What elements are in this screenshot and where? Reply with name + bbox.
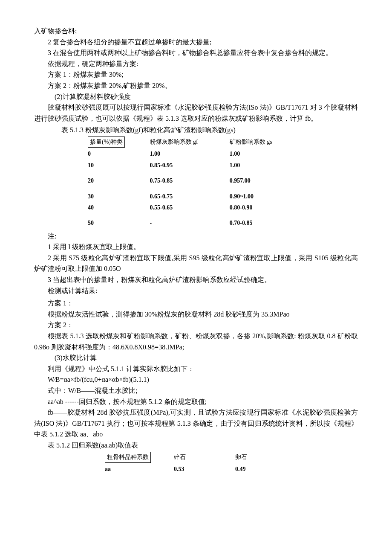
table-cell: 10 <box>85 160 147 171</box>
table-row: 0 1.00 1.00 <box>85 148 307 160</box>
table-header: 碎石 <box>171 451 233 464</box>
table-cell: 0.85-0.95 <box>147 160 227 171</box>
body-text: aa^ab ------回归系数，按本规程第 5.1.2 条的规定取值; <box>34 396 358 407</box>
body-text: 3 在混合使用两种或两种以上矿物掺合料时，矿物掺合料总掺量应符合表中复合掺合料的… <box>34 47 358 58</box>
table-cell: 1.00 <box>227 160 307 171</box>
table-cell: 0.80-0.90 <box>227 202 307 213</box>
table-cell: 1.00 <box>227 148 307 160</box>
table-cell: 0.957.00 <box>227 171 307 186</box>
table-header: 粉煤灰影响系数 gf <box>147 136 227 148</box>
body-text: fb——胶凝材料 28d 胶砂抗压强度(MPa),可实测，且试验方法应按现行国家… <box>34 407 358 440</box>
body-text: 3 当超出表中的掺量时，粉煤灰和粒化高炉矿渣粉影响系数应经试验确定。 <box>34 274 358 285</box>
table-cell: 20 <box>85 171 147 186</box>
body-text: 方案 2： <box>34 320 358 331</box>
table-header: 粗骨料品种系数 <box>102 451 171 464</box>
body-text: 根据粉煤灰活性试验，测得掺加 30%粉煤灰的胶凝材料 28d 胶砂强度为 35.… <box>34 309 358 320</box>
table-cell: 0.70-0.85 <box>227 213 307 229</box>
table-header: 卵石 <box>233 451 294 464</box>
body-text: 利用《规程》中公式 5.1.1 计算实际水胶比如下： <box>34 363 358 375</box>
table-header: 矿粉影响系数 gs <box>227 136 307 148</box>
body-text: 2 复合掺合料各组分的掺量不宜超过单掺时的最大掺量; <box>34 37 358 48</box>
table-row: 50 - 0.70-0.85 <box>85 213 307 229</box>
table-row: 40 0.55-0.65 0.80-0.90 <box>85 202 307 213</box>
coefficient-table: 掺量(%)种类 粉煤灰影响系数 gf 矿粉影响系数 gs 0 1.00 1.00… <box>85 136 307 229</box>
table-cell: 0.53 <box>171 464 233 475</box>
table-row: aa 0.53 0.49 <box>102 464 294 475</box>
body-text: 入矿物掺合料; <box>34 26 358 37</box>
body-text: 胶凝材料胶砂强度既可以按现行国家标准《水泥胶砂强度检验方法(ISo 法)》GB/… <box>34 102 358 124</box>
table-cell: aa <box>102 464 171 475</box>
body-text: 依据规程，确定两种掺量方案: <box>34 58 358 70</box>
body-text: 注: <box>34 231 358 242</box>
table-cell: 30 <box>85 187 147 202</box>
table-cell: 0.90~1.00 <box>227 187 307 202</box>
body-text: (2)计算胶凝材料胶砂强度 <box>34 91 358 102</box>
table-cell: 40 <box>85 202 147 213</box>
table-header: 掺量(%)种类 <box>85 136 147 148</box>
table-cell: 50 <box>85 213 147 229</box>
table-caption: 表 5.1.2 回归系数(aa.ab)取值表 <box>34 440 358 451</box>
table-cell: 1.00 <box>147 148 227 160</box>
table-cell: 0.55-0.65 <box>147 202 227 213</box>
body-text: 方案 2：粉煤灰掺量 20%,矿粉掺量 20%。 <box>34 80 358 91</box>
table-header-row: 粗骨料品种系数 碎石 卵石 <box>102 451 294 464</box>
table-caption: 表 5.1.3 粉煤灰影响系数(gf)和粒化高炉矿渣粉影响系数(gs) <box>34 125 358 136</box>
table-header-row: 掺量(%)种类 粉煤灰影响系数 gf 矿粉影响系数 gs <box>85 136 307 148</box>
body-text: 方案 1：粉煤灰掺量 30%; <box>34 69 358 80</box>
body-text: 1 采用 I 级粉煤灰宜取上限值。 <box>34 241 358 253</box>
body-text: 根据表 5.1.3 选取粉煤灰和矿粉影响系数，矿粉、粉煤灰双掺，各掺 20%,影… <box>34 331 358 352</box>
table-cell: 0.65-0.75 <box>147 187 227 202</box>
table-cell: 0.49 <box>233 464 294 475</box>
table-cell: 0 <box>85 148 147 160</box>
body-text: 方案 1： <box>34 298 358 309</box>
table-cell: - <box>147 213 227 229</box>
body-text: (3)水胶比计算 <box>34 352 358 363</box>
body-text: 式中：W/B——混凝土水胶比; <box>34 385 358 396</box>
body-text: 2 采用 S75 级粒化高炉矿渣粉宜取下限值,采用 S95 级粒化高炉矿渣粉宜取… <box>34 253 358 274</box>
table-row: 20 0.75-0.85 0.957.00 <box>85 171 307 186</box>
table-row: 10 0.85-0.95 1.00 <box>85 160 307 171</box>
regression-table: 粗骨料品种系数 碎石 卵石 aa 0.53 0.49 <box>102 451 294 475</box>
table-cell: 0.75-0.85 <box>147 171 227 186</box>
table-row: 30 0.65-0.75 0.90~1.00 <box>85 187 307 202</box>
body-text: W∕B=αa×fb/(fcu,0+αa×αb×fb)(5.1.1) <box>34 374 358 385</box>
body-text: 检测或计算结果: <box>34 285 358 296</box>
